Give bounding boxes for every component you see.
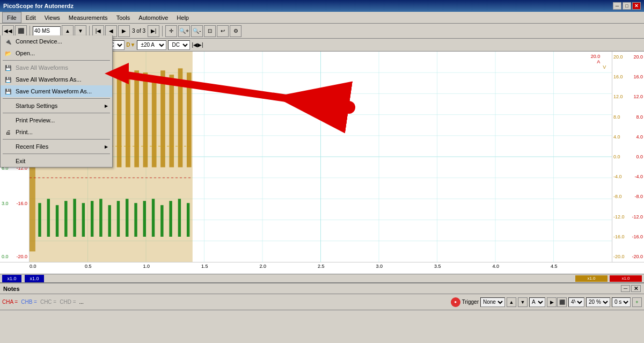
- trigger-time[interactable]: 0 s: [612, 297, 631, 307]
- x-25: 2.5: [318, 264, 325, 269]
- menu-save-all-as[interactable]: 💾 Save All Waveforms As...: [1, 74, 112, 85]
- capture-counter: 3 of 3: [132, 28, 145, 34]
- print-icon: 🖨: [3, 129, 13, 135]
- menu-print-preview[interactable]: Print Preview...: [1, 114, 112, 126]
- tb-zoom-in[interactable]: 🔍+: [178, 25, 190, 37]
- tb-nav-next[interactable]: ▶: [118, 25, 130, 37]
- menu-print[interactable]: 🖨 Print...: [1, 126, 112, 138]
- y-right-t2: 20.0: [633, 54, 643, 60]
- trigger-down[interactable]: ▼: [518, 297, 528, 307]
- y-right-b2: -20.0: [632, 254, 643, 259]
- tb-wf-2[interactable]: ⬛: [557, 297, 567, 307]
- notes-close-btn[interactable]: ✕: [631, 285, 641, 292]
- menu-open[interactable]: 📂 Open...: [1, 47, 112, 59]
- close-button[interactable]: ✕: [632, 2, 641, 10]
- tb-zoom-out[interactable]: 🔍-: [191, 25, 203, 37]
- svg-rect-52: [169, 201, 172, 237]
- x-30: 3.0: [376, 264, 383, 269]
- y-right-v1: 4.0: [613, 134, 620, 140]
- menu-recent-files[interactable]: Recent Files ▶: [1, 141, 112, 152]
- tb-wf-1[interactable]: ▶: [547, 297, 557, 307]
- x-40: 4.0: [493, 264, 500, 269]
- trigger-btns: ▶ ⬛: [547, 297, 567, 307]
- separator-1: [3, 60, 110, 61]
- x-15: 1.5: [201, 264, 208, 269]
- y-right-w1: 0.0: [613, 154, 620, 159]
- trigger-level[interactable]: 4V: [568, 297, 584, 307]
- svg-rect-54: [187, 203, 189, 237]
- app-title: PicoScope for Autonerdz: [3, 3, 74, 9]
- y-left-5: -20.0: [16, 254, 27, 259]
- y-left-g4: 3.0: [2, 201, 9, 206]
- status-badge-2: x1.0: [25, 275, 44, 282]
- y-right-t1: 20.0: [613, 54, 623, 60]
- trigger-up[interactable]: ▲: [507, 297, 516, 307]
- svg-rect-30: [134, 70, 139, 167]
- tb-nav-end[interactable]: ▶|: [148, 25, 159, 37]
- tb-cursor-btn[interactable]: ✛: [165, 25, 177, 37]
- chb-notes-label: CHB =: [21, 299, 37, 305]
- chd-range[interactable]: ±20 A: [137, 40, 166, 50]
- chd-coupling[interactable]: DC: [168, 40, 190, 50]
- trigger-label: Trigger: [462, 299, 479, 305]
- trigger-area: ● Trigger None ▲ ▼ A ▶ ⬛ 4V 20 % 0 s +: [451, 297, 642, 307]
- ch-a-unit: A: [597, 59, 600, 64]
- maximize-button[interactable]: □: [623, 2, 631, 10]
- y-right-y2: -8.0: [634, 194, 643, 199]
- tb-undo[interactable]: ↩: [217, 25, 229, 37]
- trigger-pct[interactable]: 20 %: [586, 297, 610, 307]
- trigger-select[interactable]: None: [480, 297, 505, 307]
- notes-win-buttons: ─ ✕: [621, 285, 641, 292]
- y-left-4: -16.0: [16, 201, 27, 206]
- svg-rect-40: [64, 201, 67, 237]
- y-right-r2: 16.0: [633, 74, 643, 79]
- menu-tools[interactable]: Tools: [112, 12, 135, 23]
- y-left-g5: 0.0: [2, 254, 9, 259]
- notes-min-btn[interactable]: ─: [621, 285, 630, 292]
- menu-save-all: 💾 Save All Waveforms: [1, 62, 112, 74]
- menu-connect-device[interactable]: 🔌 Connect Device...: [1, 35, 112, 47]
- menu-help[interactable]: Help: [172, 12, 193, 23]
- menu-measurements[interactable]: Measurements: [64, 12, 112, 23]
- y-right-u2: 8.0: [636, 114, 643, 120]
- x-10: 1.0: [143, 264, 150, 269]
- svg-rect-38: [47, 199, 50, 237]
- timebase-input[interactable]: [33, 26, 61, 36]
- svg-rect-49: [143, 201, 146, 237]
- minimize-button[interactable]: ─: [613, 2, 621, 10]
- svg-rect-34: [169, 75, 174, 167]
- startup-arrow: ▶: [105, 104, 108, 108]
- svg-rect-45: [108, 205, 111, 237]
- x-axis: 0.0 0.5 1.0 1.5 2.0 2.5 3.0 3.5 4.0 4.5: [0, 262, 644, 274]
- y-right-w2: 0.0: [636, 154, 643, 159]
- svg-rect-50: [152, 199, 155, 237]
- separator-4: [3, 139, 110, 140]
- trigger-unit[interactable]: A: [529, 297, 545, 307]
- status-badge-4: x1.0: [610, 275, 642, 282]
- menu-exit[interactable]: Exit: [1, 155, 112, 167]
- channel-labels-row: CHA = CHB = CHC = CHD = ...: [2, 299, 84, 305]
- chc-notes-label: CHC =: [40, 299, 56, 305]
- notes-bar: Notes ─ ✕: [0, 282, 644, 294]
- separator-2: [3, 98, 110, 99]
- svg-rect-43: [91, 201, 93, 237]
- file-menu-dropdown: 🔌 Connect Device... 📂 Open... 💾 Save All…: [0, 35, 113, 167]
- menu-save-current[interactable]: 💾 Save Current Waveform As...: [1, 85, 112, 97]
- menu-startup-settings[interactable]: Startup Settings ▶: [1, 100, 112, 112]
- y-right-r1: 16.0: [613, 74, 623, 79]
- tb-sep-3: [162, 26, 163, 37]
- ch-a-label: 20.0: [591, 54, 601, 59]
- svg-rect-36: [187, 72, 192, 167]
- svg-rect-39: [56, 205, 58, 237]
- tb-add-ch[interactable]: +: [632, 297, 642, 307]
- menu-file[interactable]: File: [2, 12, 21, 23]
- trigger-icon: ●: [454, 300, 457, 304]
- y-right-a1: -16.0: [613, 234, 625, 239]
- tb-settings[interactable]: ⚙: [230, 25, 241, 37]
- trigger-indicator: ●: [451, 297, 460, 307]
- x-45: 4.5: [551, 264, 558, 269]
- menu-edit[interactable]: Edit: [21, 12, 40, 23]
- menu-automotive[interactable]: Automotive: [134, 12, 172, 23]
- tb-zoom-fit[interactable]: ⊡: [204, 25, 216, 37]
- menu-views[interactable]: Views: [40, 12, 64, 23]
